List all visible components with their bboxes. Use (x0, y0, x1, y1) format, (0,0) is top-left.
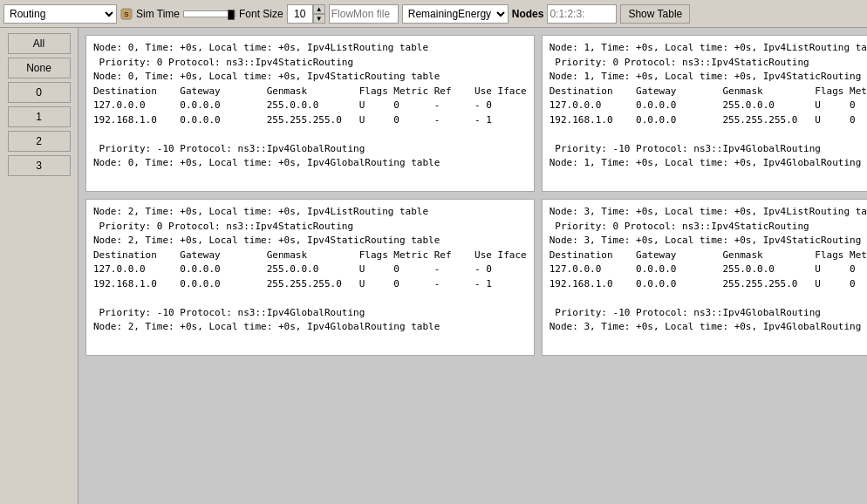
node-2-panel: Node: 2, Time: +0s, Local time: +0s, Ipv… (85, 199, 535, 356)
node-0-header: Node: 0, Time: +0s, Local time: +0s, Ipv… (93, 41, 527, 56)
nodes-input[interactable] (547, 4, 617, 24)
content-area: Node: 0, Time: +0s, Local time: +0s, Ipv… (79, 28, 867, 504)
sim-time-slider[interactable] (183, 10, 236, 17)
sidebar-node-2-button[interactable]: 2 (8, 131, 71, 152)
svg-text:S: S (124, 10, 128, 18)
node-3-panel: Node: 3, Time: +0s, Local time: +0s, Ipv… (542, 199, 867, 356)
remaining-energy-select[interactable]: RemainingEnergy (402, 4, 509, 24)
node-0-global-header: Node: 0, Time: +0s, Local time: +0s, Ipv… (93, 156, 527, 171)
node-0-row2: 192.168.1.0 0.0.0.0 255.255.255.0 U 0 - … (93, 113, 527, 128)
node-1-row2: 192.168.1.0 0.0.0.0 255.255.255.0 U 0 - … (550, 113, 867, 128)
node-1-header: Node: 1, Time: +0s, Local time: +0s, Ipv… (550, 41, 867, 56)
node-2-header: Node: 2, Time: +0s, Local time: +0s, Ipv… (93, 205, 527, 220)
node-1-global-header: Node: 1, Time: +0s, Local time: +0s, Ipv… (550, 156, 867, 171)
font-size-down[interactable]: ▼ (313, 14, 325, 24)
node-1-priority0: Priority: 0 Protocol: ns3::Ipv4StaticRou… (550, 56, 867, 71)
sidebar-node-0-button[interactable]: 0 (8, 82, 71, 103)
node-1-row1: 127.0.0.0 0.0.0.0 255.0.0.0 U 0 - - 0 (550, 99, 867, 113)
sim-time-label: Sim Time (136, 8, 180, 20)
node-2-spacer (93, 291, 527, 306)
font-size-up[interactable]: ▲ (313, 4, 325, 14)
sim-time-icon: S (120, 8, 133, 20)
node-1-panel: Node: 1, Time: +0s, Local time: +0s, Ipv… (542, 35, 867, 192)
node-1-priority-minus10: Priority: -10 Protocol: ns3::Ipv4GlobalR… (550, 142, 867, 157)
node-3-row1: 127.0.0.0 0.0.0.0 255.0.0.0 U 0 - - 0 (550, 262, 867, 277)
sidebar: All None 0 1 2 3 (0, 28, 79, 504)
node-1-table-header: Destination Gateway Genmask Flags Metric… (550, 85, 867, 99)
node-3-header: Node: 3, Time: +0s, Local time: +0s, Ipv… (550, 205, 867, 220)
node-0-static-header: Node: 0, Time: +0s, Local time: +0s, Ipv… (93, 70, 527, 85)
node-3-priority0: Priority: 0 Protocol: ns3::Ipv4StaticRou… (550, 220, 867, 235)
node-2-row1: 127.0.0.0 0.0.0.0 255.0.0.0 U 0 - - 0 (93, 262, 527, 277)
sidebar-none-button[interactable]: None (8, 58, 71, 78)
node-3-row2: 192.168.1.0 0.0.0.0 255.255.255.0 U 0 - … (550, 277, 867, 292)
node-2-static-header: Node: 2, Time: +0s, Local time: +0s, Ipv… (93, 234, 527, 249)
node-2-priority0: Priority: 0 Protocol: ns3::Ipv4StaticRou… (93, 220, 527, 235)
node-3-global-header: Node: 3, Time: +0s, Local time: +0s, Ipv… (550, 320, 867, 335)
node-0-priority-minus10: Priority: -10 Protocol: ns3::Ipv4GlobalR… (93, 142, 527, 157)
node-1-static-header: Node: 1, Time: +0s, Local time: +0s, Ipv… (550, 70, 867, 85)
node-3-static-header: Node: 3, Time: +0s, Local time: +0s, Ipv… (550, 234, 867, 249)
show-table-button[interactable]: Show Table (620, 4, 690, 24)
node-0-panel: Node: 0, Time: +0s, Local time: +0s, Ipv… (85, 35, 535, 192)
sidebar-node-1-button[interactable]: 1 (8, 106, 71, 127)
nodes-label: Nodes (512, 8, 544, 20)
node-2-row2: 192.168.1.0 0.0.0.0 255.255.255.0 U 0 - … (93, 277, 527, 292)
node-3-priority-minus10: Priority: -10 Protocol: ns3::Ipv4GlobalR… (550, 306, 867, 321)
sidebar-node-3-button[interactable]: 3 (8, 155, 71, 176)
node-2-priority-minus10: Priority: -10 Protocol: ns3::Ipv4GlobalR… (93, 306, 527, 321)
font-size-label: Font Size (239, 8, 283, 20)
node-0-priority0: Priority: 0 Protocol: ns3::Ipv4StaticRou… (93, 56, 527, 71)
font-size-spinner: ▲ ▼ (313, 4, 325, 24)
nodes-grid: Node: 0, Time: +0s, Local time: +0s, Ipv… (85, 35, 860, 356)
node-2-global-header: Node: 2, Time: +0s, Local time: +0s, Ipv… (93, 320, 527, 335)
flowmon-input[interactable] (329, 4, 399, 24)
node-0-row1: 127.0.0.0 0.0.0.0 255.0.0.0 U 0 - - 0 (93, 99, 527, 113)
toolbar: Routing S Sim Time Font Size ▲ ▼ Remaini… (0, 0, 867, 28)
font-size-control: ▲ ▼ (287, 4, 325, 24)
main-area: All None 0 1 2 3 Node: 0, Time: +0s, Loc… (0, 28, 867, 504)
node-3-table-header: Destination Gateway Genmask Flags Metric… (550, 249, 867, 263)
node-0-spacer (93, 127, 527, 142)
node-0-table-header: Destination Gateway Genmask Flags Metric… (93, 85, 527, 99)
node-3-spacer (550, 291, 867, 306)
node-2-table-header: Destination Gateway Genmask Flags Metric… (93, 249, 527, 263)
sidebar-all-button[interactable]: All (8, 33, 71, 54)
font-size-input[interactable] (287, 4, 313, 24)
node-1-spacer (550, 127, 867, 142)
routing-select[interactable]: Routing (3, 4, 117, 24)
